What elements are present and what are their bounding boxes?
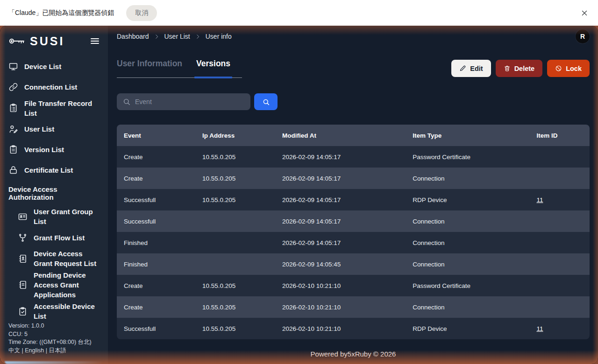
powered-by-footer: Powered by5xRuby © 2026 bbox=[117, 350, 590, 358]
tab-versions[interactable]: Versions bbox=[196, 59, 230, 77]
sidebar-item-label: Certificate List bbox=[24, 165, 73, 175]
sidebar-item-version-list[interactable]: Version List bbox=[0, 140, 108, 160]
id-card-icon bbox=[18, 212, 28, 222]
cell-modified-at: 2026-02-09 14:05:45 bbox=[275, 253, 406, 275]
tab-user-information[interactable]: User Information bbox=[117, 59, 182, 77]
trash-icon bbox=[504, 65, 511, 72]
cell-ip-address bbox=[195, 210, 275, 232]
cell-ip-address: 10.55.0.205 bbox=[195, 296, 275, 318]
search-button[interactable] bbox=[254, 93, 278, 110]
edit-button[interactable]: Edit bbox=[451, 60, 491, 77]
column-header-event: Event bbox=[117, 125, 195, 146]
item-id-link[interactable]: 11 bbox=[536, 325, 543, 332]
cell-event: Create bbox=[117, 146, 195, 168]
cell-event: Successfull bbox=[117, 210, 195, 232]
sidebar-item-user-list[interactable]: User List bbox=[0, 119, 108, 140]
table-header-row: EventIp AddressModified AtItem TypeItem … bbox=[117, 125, 590, 146]
cell-ip-address: 10.55.0.205 bbox=[195, 146, 275, 168]
sidebar-item-label: File Transfer Record List bbox=[24, 98, 102, 118]
cell-item-id bbox=[529, 146, 590, 168]
key-icon bbox=[8, 35, 27, 47]
search-input[interactable] bbox=[117, 93, 250, 110]
cell-item-type: RDP Device bbox=[406, 189, 529, 210]
sidebar-footer: Version: 1.0.0 CCU: 5 Time Zone: ((GMT+0… bbox=[0, 322, 108, 364]
cell-item-type: Connection bbox=[406, 253, 529, 275]
item-id-link[interactable]: 11 bbox=[536, 196, 543, 203]
cell-event: Create bbox=[117, 168, 195, 189]
sidebar: SUSI Device ListConnection ListFile Tran… bbox=[0, 26, 108, 364]
sidebar-item-pending-device-access-grant-applications[interactable]: Pending Device Access Grant Applications bbox=[0, 269, 108, 301]
clipboard-icon bbox=[8, 145, 18, 154]
sidebar-item-accessible-device-list[interactable]: Accessible Device List bbox=[0, 301, 108, 322]
sidebar-item-file-transfer-record-list[interactable]: File Transfer Record List bbox=[0, 98, 108, 119]
sidebar-section-label: Device Access Authorization bbox=[0, 181, 108, 206]
cell-modified-at: 2026-02-09 14:05:17 bbox=[275, 146, 406, 168]
column-header-item-id: Item ID bbox=[529, 125, 590, 146]
cell-modified-at: 2026-02-10 10:21:10 bbox=[275, 318, 406, 339]
notebook-user-icon bbox=[18, 254, 28, 264]
topbar: DashboardUser ListUser info R bbox=[117, 26, 590, 47]
cell-item-id bbox=[529, 168, 590, 189]
menu-icon[interactable] bbox=[89, 35, 100, 47]
flow-icon bbox=[18, 233, 28, 243]
sidebar-item-connection-list[interactable]: Connection List bbox=[0, 77, 108, 98]
delete-button-label: Delete bbox=[514, 65, 535, 72]
lock-button[interactable]: Lock bbox=[547, 60, 590, 77]
search-field-wrap bbox=[117, 93, 250, 110]
cell-item-id bbox=[529, 210, 590, 232]
sidebar-item-device-list[interactable]: Device List bbox=[0, 56, 108, 77]
cancel-button[interactable]: 取消 bbox=[126, 5, 157, 21]
cell-event: Finished bbox=[117, 232, 195, 253]
sidebar-item-label: Device Access Grant Request List bbox=[34, 249, 102, 268]
cell-ip-address: 10.55.0.205 bbox=[195, 168, 275, 189]
breadcrumb-item-user-list[interactable]: User List bbox=[164, 33, 190, 40]
cell-modified-at: 2026-02-10 10:21:10 bbox=[275, 296, 406, 318]
search-icon bbox=[262, 98, 270, 106]
sidebar-item-grant-flow-list[interactable]: Grant Flow List bbox=[0, 227, 108, 248]
cell-modified-at: 2026-02-09 14:05:17 bbox=[275, 168, 406, 189]
cell-item-type: RDP Device bbox=[406, 318, 529, 339]
breadcrumb: DashboardUser ListUser info bbox=[117, 33, 232, 40]
pen-icon bbox=[459, 65, 466, 72]
cell-item-id bbox=[529, 232, 590, 253]
action-buttons: Edit Delete Lock bbox=[451, 60, 590, 77]
table-row: Create10.55.0.2052026-02-09 14:05:17Pass… bbox=[117, 146, 590, 168]
tabs: User InformationVersions bbox=[117, 59, 242, 78]
column-header-item-type: Item Type bbox=[406, 125, 529, 146]
cell-item-id: 11 bbox=[529, 189, 590, 210]
sidebar-item-certificate-list[interactable]: Certificate List bbox=[0, 160, 108, 181]
logo-row: SUSI bbox=[0, 32, 108, 50]
close-icon[interactable] bbox=[579, 8, 590, 18]
language-switcher[interactable]: 中文 | English | 日本語 bbox=[8, 347, 102, 355]
column-header-modified-at: Modified At bbox=[275, 125, 406, 146]
app-window: SUSI Device ListConnection ListFile Tran… bbox=[0, 26, 598, 364]
sidebar-item-label: User List bbox=[24, 124, 54, 134]
cell-modified-at: 2026-02-10 10:21:10 bbox=[275, 275, 406, 296]
sidebar-item-label: User Grant Group List bbox=[34, 207, 102, 226]
cell-event: Successfull bbox=[117, 318, 195, 339]
cell-ip-address bbox=[195, 253, 275, 275]
table-row: Create10.55.0.2052026-02-09 14:05:17Conn… bbox=[117, 168, 590, 189]
cell-item-type: Connection bbox=[406, 296, 529, 318]
avatar[interactable]: R bbox=[576, 29, 590, 43]
cell-item-id bbox=[529, 275, 590, 296]
cell-ip-address: 10.55.0.205 bbox=[195, 318, 275, 339]
lock-button-label: Lock bbox=[566, 65, 582, 72]
sidebar-item-label: Accessible Device List bbox=[34, 301, 102, 321]
cell-item-type: Connection bbox=[406, 210, 529, 232]
cell-modified-at: 2026-02-09 14:05:17 bbox=[275, 232, 406, 253]
delete-button[interactable]: Delete bbox=[496, 60, 543, 77]
search-row bbox=[117, 93, 590, 110]
notification-message: 「Claude」已開始為這個瀏覽器偵錯 bbox=[8, 9, 114, 17]
ban-icon bbox=[555, 65, 562, 72]
edit-button-label: Edit bbox=[470, 65, 483, 72]
sidebar-nav: Device ListConnection ListFile Transfer … bbox=[0, 56, 108, 181]
cell-item-type: Password Certificate bbox=[406, 146, 529, 168]
cell-item-id bbox=[529, 296, 590, 318]
breadcrumb-item-dashboard[interactable]: Dashboard bbox=[117, 33, 149, 40]
app-logo: SUSI bbox=[30, 35, 64, 48]
sidebar-item-user-grant-group-list[interactable]: User Grant Group List bbox=[0, 206, 108, 227]
sidebar-item-device-access-grant-request-list[interactable]: Device Access Grant Request List bbox=[0, 248, 108, 269]
cell-modified-at: 2026-02-09 14:05:17 bbox=[275, 210, 406, 232]
timezone-text: Time Zone: ((GMT+08:00) 台北) bbox=[8, 338, 102, 347]
